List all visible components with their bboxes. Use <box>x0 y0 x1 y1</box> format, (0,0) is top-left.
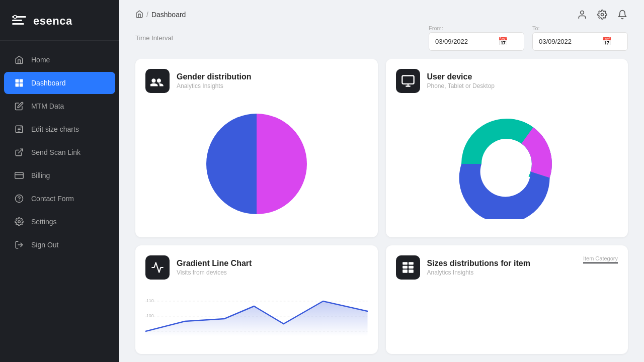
sidebar-item-label: Settings <box>31 218 57 226</box>
breadcrumb-current: Dashboard <box>151 11 186 19</box>
gender-card-title: Gender distribution <box>177 72 251 81</box>
user-icon[interactable] <box>577 9 588 20</box>
sidebar-item-billing[interactable]: Billing <box>4 164 115 187</box>
device-card-header: User device Phone, Tablet or Desktop <box>396 69 618 93</box>
app-name: esenca <box>33 15 72 28</box>
gender-pie-chart <box>145 101 368 227</box>
logo-icon <box>10 12 28 30</box>
sidebar-item-label: Billing <box>31 171 50 179</box>
sidebar-item-contact-form[interactable]: Contact Form <box>4 188 115 210</box>
svg-rect-27 <box>403 265 408 268</box>
svg-rect-29 <box>403 269 408 273</box>
svg-text:110: 110 <box>146 298 154 303</box>
svg-point-17 <box>601 14 604 16</box>
breadcrumb: / Dashboard <box>135 10 186 20</box>
sidebar-item-mtm-data[interactable]: MTM Data <box>4 95 115 117</box>
sidebar-item-home[interactable]: Home <box>4 49 115 71</box>
logo-area: esenca <box>0 0 119 41</box>
sidebar-item-dashboard[interactable]: Dashboard <box>4 72 115 94</box>
device-card-subtitle: Phone, Tablet or Desktop <box>427 82 495 89</box>
device-donut-chart <box>396 101 618 227</box>
gradient-card-title-area: Gradient Line Chart Visits from devices <box>177 259 252 276</box>
sidebar-item-settings[interactable]: Settings <box>4 211 115 233</box>
sidebar-item-label: Contact Form <box>31 195 74 203</box>
calendar-icon-to: 📅 <box>602 37 612 46</box>
device-icon-box <box>396 69 420 93</box>
svg-point-14 <box>18 221 21 223</box>
gradient-card-header-left: Gradient Line Chart Visits from devices <box>145 255 252 280</box>
sizes-icon-box <box>396 255 420 280</box>
send-icon <box>14 147 24 157</box>
from-label: From: <box>429 25 524 31</box>
svg-point-3 <box>14 16 17 19</box>
sizes-chart-area <box>396 284 618 344</box>
billing-icon <box>14 170 24 180</box>
main-content: / Dashboard <box>119 0 644 362</box>
sidebar-item-send-scan-link[interactable]: Send Scan Link <box>4 141 115 163</box>
gradient-card-header: Gradient Line Chart Visits from devices <box>145 255 368 280</box>
item-category-filter[interactable]: Item Category <box>583 255 618 263</box>
to-date-field: To: 03/09/2022 📅 <box>532 25 628 51</box>
bell-icon[interactable] <box>617 9 628 20</box>
from-date-input[interactable]: 03/09/2022 📅 <box>429 32 524 51</box>
to-date-value: 03/09/2022 <box>539 38 572 45</box>
svg-rect-10 <box>15 172 24 178</box>
from-date-field: From: 03/09/2022 📅 <box>429 25 524 51</box>
sidebar-item-edit-size-charts[interactable]: Edit size charts <box>4 118 115 140</box>
sidebar: esenca Home Dashboard <box>0 0 119 362</box>
svg-rect-6 <box>16 83 19 87</box>
from-date-value: 03/09/2022 <box>435 38 468 45</box>
sidebar-item-label: Home <box>31 56 50 64</box>
gradient-line-chart-card: Gradient Line Chart Visits from devices <box>135 245 378 354</box>
pencil-icon <box>14 101 24 111</box>
svg-rect-5 <box>20 79 23 83</box>
header: / Dashboard <box>119 0 644 25</box>
user-device-card: User device Phone, Tablet or Desktop <box>386 59 628 237</box>
sizes-card-subtitle: Analytics Insights <box>427 269 530 276</box>
svg-rect-7 <box>20 83 23 87</box>
gender-card-subtitle: Analytics Insights <box>177 82 251 89</box>
dashboard-grid: Gender distribution Analytics Insights <box>119 59 644 362</box>
home-icon <box>14 55 24 65</box>
gear-icon[interactable] <box>597 9 608 20</box>
sizes-card-title-area: Sizes distributions for item Analytics I… <box>427 259 530 276</box>
svg-line-9 <box>19 149 23 153</box>
time-interval-bar: Time Interval From: 03/09/2022 📅 To: 03/… <box>119 25 644 59</box>
time-interval-label: Time Interval <box>135 34 173 42</box>
signout-icon <box>14 240 24 250</box>
device-card-title-area: User device Phone, Tablet or Desktop <box>427 72 495 89</box>
sizes-card-title: Sizes distributions for item <box>427 259 530 268</box>
to-date-input[interactable]: 03/09/2022 📅 <box>532 32 628 51</box>
device-card-title: User device <box>427 72 495 81</box>
svg-rect-18 <box>402 76 414 84</box>
to-label: To: <box>532 25 628 31</box>
sidebar-item-sign-out[interactable]: Sign Out <box>4 234 115 256</box>
svg-rect-25 <box>403 262 408 264</box>
breadcrumb-separator: / <box>146 11 148 19</box>
gradient-icon-box <box>145 255 170 280</box>
svg-rect-28 <box>409 265 414 268</box>
gender-icon-box <box>145 69 170 93</box>
settings-icon <box>14 217 24 227</box>
header-actions <box>577 9 628 20</box>
svg-rect-4 <box>16 79 19 83</box>
gradient-card-subtitle: Visits from devices <box>177 269 252 276</box>
sizes-card-header: Sizes distributions for item Analytics I… <box>396 255 618 280</box>
help-icon <box>14 194 24 204</box>
item-category-label: Item Category <box>583 255 618 263</box>
date-group: From: 03/09/2022 📅 To: 03/09/2022 📅 <box>429 25 628 51</box>
home-breadcrumb-icon[interactable] <box>135 10 143 20</box>
sizes-card-header-left: Sizes distributions for item Analytics I… <box>396 255 530 280</box>
sizes-distribution-card: Sizes distributions for item Analytics I… <box>386 245 628 354</box>
svg-point-19 <box>482 140 531 188</box>
nav-menu: Home Dashboard MTM Data <box>0 41 119 264</box>
svg-text:100: 100 <box>146 313 154 318</box>
line-chart-area: 110 100 <box>145 284 368 344</box>
gradient-card-title: Gradient Line Chart <box>177 259 252 268</box>
svg-rect-26 <box>409 262 414 264</box>
svg-rect-30 <box>409 269 414 273</box>
calendar-icon-from: 📅 <box>498 37 508 46</box>
svg-rect-2 <box>12 23 24 25</box>
svg-rect-1 <box>12 20 22 21</box>
edit-icon <box>14 124 24 134</box>
